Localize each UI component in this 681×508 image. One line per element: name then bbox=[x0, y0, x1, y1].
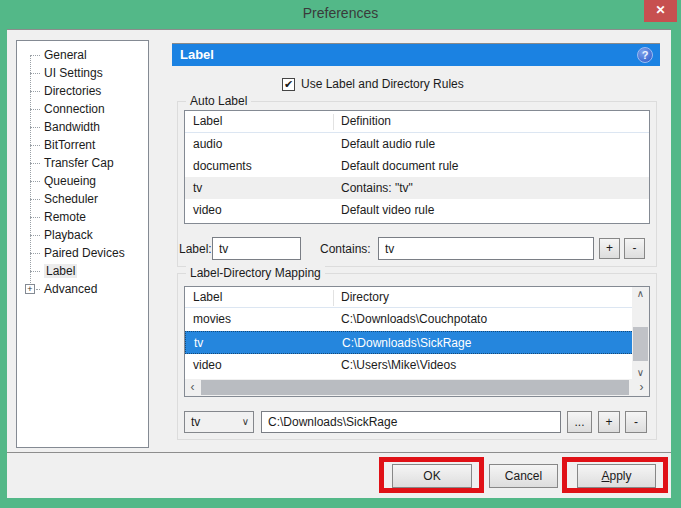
column-header-definition[interactable]: Definition bbox=[341, 111, 391, 132]
column-divider bbox=[333, 114, 334, 130]
titlebar[interactable]: Preferences ✕ bbox=[0, 0, 681, 29]
page-title: Label bbox=[180, 44, 214, 66]
table-row-selected[interactable]: tv C:\Downloads\SickRage bbox=[185, 331, 634, 354]
scroll-up-icon[interactable]: ∧ bbox=[632, 287, 649, 302]
scroll-left-icon[interactable]: ‹ bbox=[185, 379, 200, 396]
table-row[interactable]: documents Default document rule bbox=[185, 155, 649, 177]
tree-expander-icon[interactable]: + bbox=[25, 284, 35, 294]
preferences-dialog: Preferences ✕ General UI Settings Direct… bbox=[0, 0, 681, 508]
vertical-scroll-thumb[interactable] bbox=[633, 327, 648, 361]
sidebar-item-general[interactable]: General bbox=[17, 46, 148, 64]
sidebar-item-label[interactable]: Label bbox=[17, 262, 148, 280]
window-title: Preferences bbox=[0, 0, 681, 27]
cancel-button[interactable]: Cancel bbox=[489, 464, 558, 488]
settings-tree: General UI Settings Directories Connecti… bbox=[16, 40, 149, 448]
mapping-directory-input[interactable] bbox=[261, 411, 561, 433]
browse-button[interactable]: ... bbox=[567, 411, 592, 433]
label-input[interactable] bbox=[212, 237, 301, 260]
table-row[interactable]: movies C:\Downloads\Couchpotato bbox=[185, 308, 634, 331]
horizontal-scrollbar[interactable]: ‹ › bbox=[185, 379, 649, 396]
close-icon: ✕ bbox=[655, 3, 665, 17]
check-icon: ✔ bbox=[284, 78, 293, 90]
sidebar-item-scheduler[interactable]: Scheduler bbox=[17, 190, 148, 208]
ok-button[interactable]: OK bbox=[392, 464, 472, 488]
sidebar-item-transfer-cap[interactable]: Transfer Cap bbox=[17, 154, 148, 172]
mapping-remove-button[interactable]: - bbox=[625, 411, 647, 433]
column-divider bbox=[333, 290, 334, 306]
close-button[interactable]: ✕ bbox=[644, 0, 677, 22]
dropdown-value: tv bbox=[191, 412, 200, 432]
use-rules-label: Use Label and Directory Rules bbox=[301, 77, 464, 91]
chevron-down-icon: ∨ bbox=[242, 412, 249, 432]
help-icon[interactable]: ? bbox=[637, 47, 653, 63]
auto-label-list-header[interactable]: Label Definition bbox=[185, 111, 649, 133]
sidebar-item-advanced[interactable]: + Advanced bbox=[17, 280, 148, 298]
sidebar-item-bittorrent[interactable]: BitTorrent bbox=[17, 136, 148, 154]
table-row[interactable]: audio Default audio rule bbox=[185, 133, 649, 155]
column-header-label[interactable]: Label bbox=[193, 111, 222, 132]
sidebar-item-connection[interactable]: Connection bbox=[17, 100, 148, 118]
auto-label-remove-button[interactable]: - bbox=[624, 238, 645, 259]
sidebar-item-remote[interactable]: Remote bbox=[17, 208, 148, 226]
contains-caption: Contains: bbox=[320, 242, 371, 256]
use-rules-checkbox[interactable]: ✔ bbox=[282, 78, 295, 91]
label-caption: Label: bbox=[179, 242, 212, 256]
mapping-group-title: Label-Directory Mapping bbox=[186, 266, 325, 280]
sidebar-item-ui-settings[interactable]: UI Settings bbox=[17, 64, 148, 82]
vertical-scrollbar[interactable]: ∧ ∨ bbox=[632, 287, 649, 381]
mapping-label-dropdown[interactable]: tv ∨ bbox=[184, 411, 254, 433]
auto-label-add-button[interactable]: + bbox=[599, 238, 620, 259]
column-header-label[interactable]: Label bbox=[193, 287, 222, 308]
auto-label-group-title: Auto Label bbox=[186, 94, 251, 108]
horizontal-scroll-thumb[interactable] bbox=[201, 380, 629, 395]
scroll-right-icon[interactable]: › bbox=[634, 379, 649, 396]
sidebar-item-paired-devices[interactable]: Paired Devices bbox=[17, 244, 148, 262]
mapping-list-header[interactable]: Label Directory bbox=[185, 287, 634, 308]
sidebar-item-directories[interactable]: Directories bbox=[17, 82, 148, 100]
contains-input[interactable] bbox=[378, 237, 594, 260]
table-row[interactable]: video Default video rule bbox=[185, 199, 649, 221]
footer-separator bbox=[7, 452, 671, 453]
mapping-add-button[interactable]: + bbox=[598, 411, 620, 433]
auto-label-list: Label Definition audio Default audio rul… bbox=[184, 110, 650, 224]
sidebar-item-playback[interactable]: Playback bbox=[17, 226, 148, 244]
sidebar-item-queueing[interactable]: Queueing bbox=[17, 172, 148, 190]
column-header-directory[interactable]: Directory bbox=[341, 287, 389, 308]
table-row[interactable]: video C:\Users\Mike\Videos bbox=[185, 354, 634, 377]
use-rules-row: ✔ Use Label and Directory Rules bbox=[282, 76, 464, 92]
table-row-highlighted[interactable]: tv Contains: "tv" bbox=[185, 177, 649, 199]
sidebar-item-bandwidth[interactable]: Bandwidth bbox=[17, 118, 148, 136]
page-header: Label ? bbox=[172, 43, 660, 66]
mapping-list: Label Directory movies C:\Downloads\Couc… bbox=[184, 286, 650, 397]
apply-button[interactable]: Apply bbox=[577, 464, 656, 488]
